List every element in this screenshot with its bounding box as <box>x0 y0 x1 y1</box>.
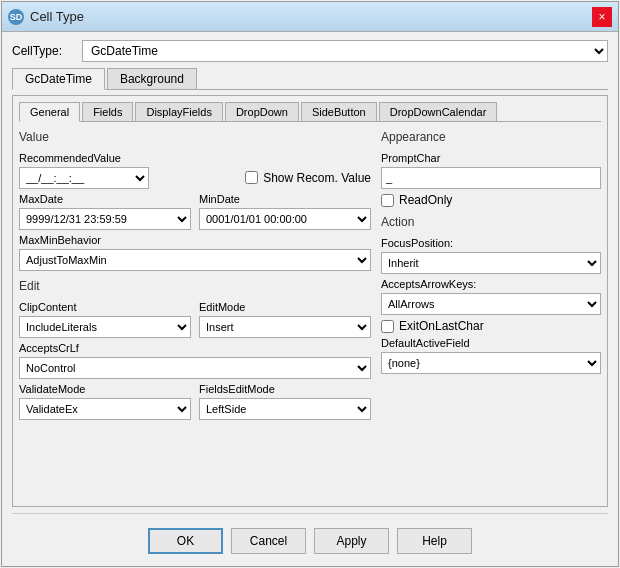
exitonlastchar-label: ExitOnLastChar <box>399 319 484 333</box>
button-row: OK Cancel Apply Help <box>12 520 608 558</box>
recommended-value-select[interactable]: __/__:__:__ <box>19 167 149 189</box>
mindate-select[interactable]: 0001/01/01 00:00:00 <box>199 208 371 230</box>
inner-tabs: General Fields DisplayFields DropDown Si… <box>19 102 601 122</box>
outer-tabs: GcDateTime Background <box>12 68 608 90</box>
defaultactivefield-label: DefaultActiveField <box>381 337 601 349</box>
app-icon: SD <box>8 9 24 25</box>
celltype-label: CellType: <box>12 44 72 58</box>
edit-section: Edit ClipContent IncludeLiterals EditMod… <box>19 279 371 420</box>
promptchar-label: PromptChar <box>381 152 601 164</box>
value-section-label: Value <box>19 130 371 144</box>
appearance-section-label: Appearance <box>381 130 601 144</box>
divider <box>12 513 608 514</box>
mindate-label: MinDate <box>199 193 371 205</box>
left-column: Value RecommendedValue __/__:__:__ Show … <box>19 130 371 500</box>
edit-section-label: Edit <box>19 279 371 293</box>
clipcontent-label: ClipContent <box>19 301 191 313</box>
readonly-checkbox[interactable] <box>381 194 394 207</box>
right-column: Appearance PromptChar ReadOnly Action <box>381 130 601 500</box>
clipcontent-select[interactable]: IncludeLiterals <box>19 316 191 338</box>
cancel-button[interactable]: Cancel <box>231 528 306 554</box>
main-panel: General Fields DisplayFields DropDown Si… <box>12 95 608 507</box>
tab-dropdowncalendar[interactable]: DropDownCalendar <box>379 102 498 121</box>
acceptsarrowkeys-select[interactable]: AllArrows <box>381 293 601 315</box>
action-section: Action FocusPosition: Inherit AcceptsArr… <box>381 215 601 374</box>
recommended-value-row: RecommendedValue __/__:__:__ Show Recom.… <box>19 152 371 189</box>
dialog-body: CellType: GcDateTime GcDateTime Backgrou… <box>2 32 618 566</box>
validatemode-label: ValidateMode <box>19 383 191 395</box>
exitonlastchar-checkbox[interactable] <box>381 320 394 333</box>
tab-content: Value RecommendedValue __/__:__:__ Show … <box>19 130 601 500</box>
promptchar-input[interactable] <box>381 167 601 189</box>
tab-displayfields[interactable]: DisplayFields <box>135 102 222 121</box>
title-bar: SD Cell Type × <box>2 2 618 32</box>
tab-background[interactable]: Background <box>107 68 197 89</box>
acceptscrlf-label: AcceptsCrLf <box>19 342 371 354</box>
defaultactivefield-select[interactable]: {none} <box>381 352 601 374</box>
focusposition-label: FocusPosition: <box>381 237 601 249</box>
ok-button[interactable]: OK <box>148 528 223 554</box>
acceptscrlf-select[interactable]: NoControl <box>19 357 371 379</box>
celltype-select[interactable]: GcDateTime <box>82 40 608 62</box>
tab-fields[interactable]: Fields <box>82 102 133 121</box>
appearance-section: Appearance PromptChar ReadOnly <box>381 130 601 207</box>
tab-gcdatetime[interactable]: GcDateTime <box>12 68 105 90</box>
action-section-label: Action <box>381 215 601 229</box>
acceptsarrowkeys-label: AcceptsArrowKeys: <box>381 278 601 290</box>
tab-sidebutton[interactable]: SideButton <box>301 102 377 121</box>
readonly-row: ReadOnly <box>381 193 601 207</box>
maxminbehavior-label: MaxMinBehavior <box>19 234 371 246</box>
clip-editmode-row: ClipContent IncludeLiterals EditMode Ins… <box>19 301 371 338</box>
tab-dropdown[interactable]: DropDown <box>225 102 299 121</box>
maxdate-select[interactable]: 9999/12/31 23:59:59 <box>19 208 191 230</box>
validate-fields-row: ValidateMode ValidateEx FieldsEditMode L… <box>19 383 371 420</box>
maxminbehavior-select[interactable]: AdjustToMaxMin <box>19 249 371 271</box>
date-range-row: MaxDate 9999/12/31 23:59:59 MinDate 0001… <box>19 193 371 230</box>
editmode-label: EditMode <box>199 301 371 313</box>
help-button[interactable]: Help <box>397 528 472 554</box>
dialog-title: Cell Type <box>30 9 84 24</box>
apply-button[interactable]: Apply <box>314 528 389 554</box>
show-recom-value-checkbox[interactable] <box>245 171 258 184</box>
fieldseditmode-select[interactable]: LeftSide <box>199 398 371 420</box>
validatemode-select[interactable]: ValidateEx <box>19 398 191 420</box>
tab-general[interactable]: General <box>19 102 80 122</box>
close-button[interactable]: × <box>592 7 612 27</box>
dialog: SD Cell Type × CellType: GcDateTime GcDa… <box>1 1 619 567</box>
fieldseditmode-label: FieldsEditMode <box>199 383 371 395</box>
readonly-label: ReadOnly <box>399 193 452 207</box>
show-recom-value-label: Show Recom. Value <box>263 171 371 185</box>
focusposition-select[interactable]: Inherit <box>381 252 601 274</box>
editmode-select[interactable]: Insert <box>199 316 371 338</box>
value-section: Value RecommendedValue __/__:__:__ Show … <box>19 130 371 271</box>
recommended-value-label: RecommendedValue <box>19 152 237 164</box>
exitonlastchar-row: ExitOnLastChar <box>381 319 601 333</box>
celltype-row: CellType: GcDateTime <box>12 40 608 62</box>
maxdate-label: MaxDate <box>19 193 191 205</box>
